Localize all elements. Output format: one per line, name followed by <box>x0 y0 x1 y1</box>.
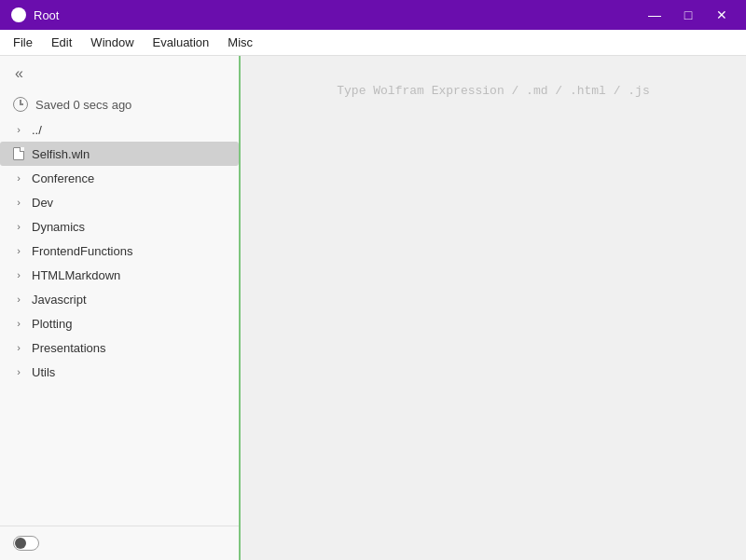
sidebar-item-label: Presentations <box>32 341 106 355</box>
sidebar-item-htmlmarkdown[interactable]: ›HTMLMarkdown <box>0 263 239 287</box>
sidebar-item-label: Dev <box>32 196 53 210</box>
sidebar-item----[interactable]: ›../ <box>0 117 239 142</box>
sidebar-item-selfish-wln[interactable]: Selfish.wln <box>0 142 239 166</box>
chevron-right-icon: › <box>11 340 26 355</box>
close-button[interactable]: ✕ <box>709 4 735 26</box>
sidebar-item-frontendfunctions[interactable]: ›FrontendFunctions <box>0 239 239 263</box>
saved-status-text: Saved 0 secs ago <box>35 98 131 112</box>
sidebar-item-label: HTMLMarkdown <box>32 268 120 282</box>
app-icon <box>11 7 26 22</box>
saved-status: Saved 0 secs ago <box>0 91 239 117</box>
minimize-button[interactable]: — <box>642 4 668 26</box>
sidebar-item-dynamics[interactable]: ›Dynamics <box>0 214 239 239</box>
menu-item-edit[interactable]: Edit <box>42 32 81 53</box>
sidebar-footer <box>0 526 239 560</box>
editor-placeholder: Type Wolfram Expression / .md / .html / … <box>337 84 649 98</box>
menu-item-file[interactable]: File <box>4 32 42 53</box>
chevron-right-icon: › <box>11 292 26 307</box>
sidebar-item-javascript[interactable]: ›Javascript <box>0 287 239 311</box>
chevron-right-icon: › <box>11 243 26 258</box>
sidebar-item-label: Dynamics <box>32 220 85 234</box>
sidebar-item-label: Conference <box>32 171 94 185</box>
sidebar-top: « <box>0 56 239 91</box>
sidebar-item-label: ../ <box>32 123 42 137</box>
main-layout: « Saved 0 secs ago ›../Selfish.wln›Confe… <box>0 56 746 560</box>
chevron-right-icon: › <box>11 122 26 137</box>
theme-toggle-button[interactable] <box>13 536 39 551</box>
maximize-button[interactable]: □ <box>675 4 701 26</box>
sidebar: « Saved 0 secs ago ›../Selfish.wln›Confe… <box>0 56 241 560</box>
menu-item-evaluation[interactable]: Evaluation <box>144 32 219 53</box>
menu-bar: FileEditWindowEvaluationMisc <box>0 30 746 56</box>
chevron-right-icon: › <box>11 316 26 331</box>
sidebar-item-label: Utils <box>32 365 55 379</box>
sidebar-item-utils[interactable]: ›Utils <box>0 360 239 384</box>
clock-icon <box>13 97 28 112</box>
sidebar-item-plotting[interactable]: ›Plotting <box>0 311 239 335</box>
file-icon <box>11 146 26 161</box>
sidebar-item-label: Plotting <box>32 317 72 331</box>
chevron-right-icon: › <box>11 171 26 185</box>
sidebar-item-presentations[interactable]: ›Presentations <box>0 335 239 360</box>
menu-item-misc[interactable]: Misc <box>218 32 262 53</box>
collapse-button[interactable]: « <box>11 63 27 84</box>
sidebar-items: ›../Selfish.wln›Conference›Dev›Dynamics›… <box>0 117 239 526</box>
title-bar: Root — □ ✕ <box>0 0 746 30</box>
sidebar-item-dev[interactable]: ›Dev <box>0 190 239 214</box>
sidebar-item-conference[interactable]: ›Conference <box>0 166 239 190</box>
theme-toggle-knob <box>15 538 26 549</box>
chevron-right-icon: › <box>11 267 26 282</box>
chevron-right-icon: › <box>11 219 26 234</box>
chevron-right-icon: › <box>11 195 26 210</box>
sidebar-item-label: Javascript <box>32 293 87 307</box>
chevron-right-icon: › <box>11 364 26 379</box>
menu-item-window[interactable]: Window <box>81 32 143 53</box>
window-controls: — □ ✕ <box>642 4 735 26</box>
window-title: Root <box>34 8 642 22</box>
sidebar-item-label: Selfish.wln <box>32 147 90 161</box>
editor-area[interactable]: Type Wolfram Expression / .md / .html / … <box>241 56 746 560</box>
sidebar-item-label: FrontendFunctions <box>32 244 132 258</box>
